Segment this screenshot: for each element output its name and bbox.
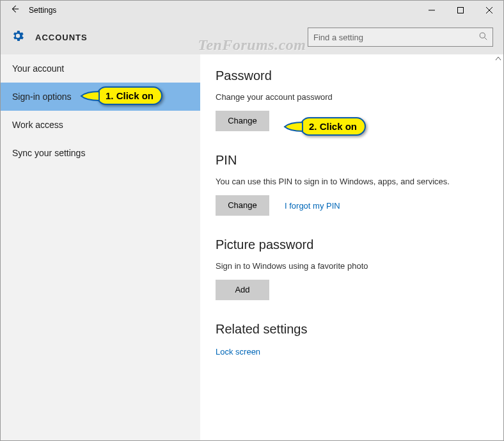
change-password-button[interactable]: Change	[216, 111, 269, 131]
window-title: Settings	[29, 6, 56, 15]
change-pin-button[interactable]: Change	[216, 195, 269, 216]
sidebar-item-label: Sign-in options	[12, 92, 72, 102]
page-title: ACCOUNTS	[35, 33, 88, 42]
main-content: Password Change your account password Ch…	[200, 54, 503, 440]
pin-heading: PIN	[216, 153, 488, 168]
lock-screen-link[interactable]: Lock screen	[216, 347, 260, 357]
header: ACCOUNTS Find a setting	[1, 20, 503, 54]
search-input[interactable]: Find a setting	[308, 28, 493, 47]
scroll-up-icon[interactable]	[494, 54, 503, 63]
picture-password-desc: Sign in to Windows using a favorite phot…	[216, 261, 488, 271]
sidebar-item-sync-your-settings[interactable]: Sync your settings	[1, 139, 200, 167]
sidebar: Your account Sign-in options Work access…	[1, 54, 200, 440]
callout-2-text: 2. Click on	[309, 121, 357, 132]
close-button[interactable]	[475, 1, 503, 20]
related-settings-heading: Related settings	[216, 322, 488, 337]
sidebar-item-work-access[interactable]: Work access	[1, 111, 200, 139]
forgot-pin-link[interactable]: I forgot my PIN	[285, 201, 340, 211]
maximize-button[interactable]	[446, 1, 475, 20]
sidebar-item-label: Your account	[12, 63, 64, 74]
back-button[interactable]	[6, 4, 24, 16]
gear-icon	[11, 29, 25, 45]
svg-line-5	[485, 38, 487, 40]
picture-password-heading: Picture password	[216, 237, 488, 252]
search-placeholder: Find a setting	[313, 33, 479, 42]
sidebar-item-your-account[interactable]: Your account	[1, 54, 200, 83]
minimize-button[interactable]	[417, 1, 446, 20]
sidebar-item-label: Work access	[12, 120, 63, 130]
body: Your account Sign-in options Work access…	[1, 54, 503, 440]
password-heading: Password	[216, 68, 488, 83]
password-desc: Change your account password	[216, 92, 488, 102]
svg-rect-1	[457, 8, 463, 13]
add-picture-password-button[interactable]: Add	[216, 280, 269, 300]
callout-1: 1. Click on	[97, 86, 162, 105]
pin-desc: You can use this PIN to sign in to Windo…	[216, 177, 488, 186]
svg-point-4	[480, 33, 485, 38]
callout-1-text: 1. Click on	[106, 90, 154, 101]
titlebar: Settings	[1, 1, 503, 20]
search-icon	[479, 32, 487, 42]
sidebar-item-label: Sync your settings	[12, 148, 85, 158]
callout-2: 2. Click on	[300, 117, 366, 136]
window-controls	[417, 1, 503, 20]
